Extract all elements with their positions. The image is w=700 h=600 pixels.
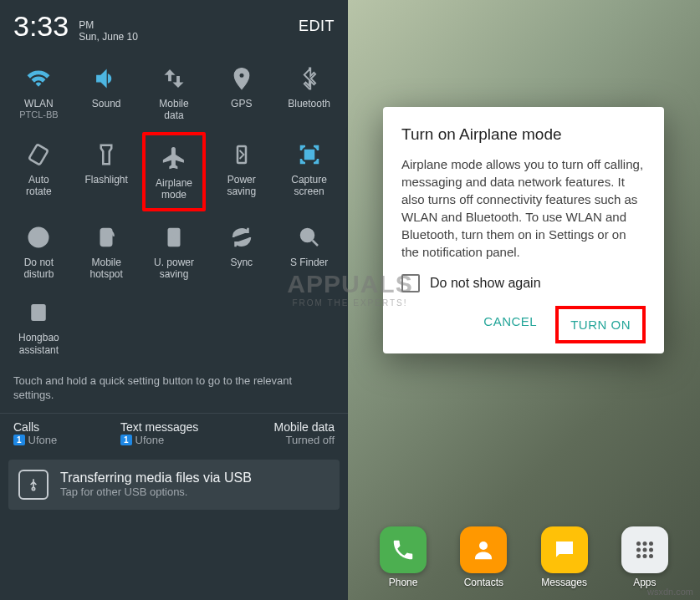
tile-auto-rotate[interactable]: Auto rotate [7, 132, 71, 211]
svg-point-10 [32, 487, 34, 490]
calls-title: Calls [13, 420, 120, 434]
svg-point-12 [636, 542, 641, 546]
svg-line-8 [312, 240, 317, 245]
home-screen: Turn on Airplane mode Airplane mode allo… [348, 0, 700, 600]
location-icon [226, 63, 258, 94]
tile-sync[interactable]: Sync [209, 215, 273, 287]
svg-rect-9 [33, 306, 45, 321]
wifi-icon [23, 63, 54, 94]
svg-point-16 [642, 548, 646, 552]
tile-label: Sync [230, 257, 253, 268]
bluetooth-icon [294, 63, 325, 94]
tile-label: GPS [231, 98, 252, 109]
capture-icon [294, 139, 325, 170]
status-bar: 3:33 PM Sun, June 10 EDIT [0, 0, 348, 46]
tile-flashlight[interactable]: Flashlight [74, 132, 139, 211]
edit-button[interactable]: EDIT [299, 18, 335, 35]
dock-apps[interactable]: Apps [621, 526, 668, 588]
tile-label: Capture screen [291, 174, 327, 198]
texts-sub: 1 Ufone [120, 434, 227, 446]
checkbox-label: Do not show again [430, 276, 541, 291]
tile-label: Mobile data [159, 98, 188, 122]
battery-icon [158, 221, 190, 253]
mobiledata-title: Mobile data [274, 420, 335, 434]
clock-ampm: PM [79, 19, 138, 31]
sync-icon [226, 221, 258, 253]
tile-u-power-saving[interactable]: U. power saving [142, 215, 207, 287]
tile-label: Auto rotate [26, 174, 52, 198]
svg-point-13 [642, 542, 646, 546]
dock-label: Contacts [464, 577, 503, 588]
dialog-title: Turn on Airplane mode [401, 125, 646, 144]
tile-wlan[interactable]: WLAN PTCL-BB [7, 56, 71, 129]
tile-s-finder[interactable]: S Finder [277, 215, 341, 287]
texts-title: Text messages [120, 420, 227, 434]
tile-mobile-hotspot[interactable]: Mobile hotspot [74, 215, 139, 287]
dock: Phone Contacts Messages Apps [348, 526, 700, 588]
tile-label: Do not disturb [23, 257, 54, 281]
svg-rect-0 [29, 144, 49, 165]
svg-point-18 [636, 554, 641, 558]
clock-time: 3:33 [13, 10, 69, 43]
battery-recycle-icon [226, 139, 258, 170]
airplane-mode-dialog: Turn on Airplane mode Airplane mode allo… [383, 107, 664, 353]
usb-notification[interactable]: Transferring media files via USB Tap for… [8, 460, 340, 510]
svg-point-14 [649, 542, 653, 546]
dock-contacts[interactable]: Contacts [460, 526, 507, 588]
dialog-body: Airplane mode allows you to turn off cal… [401, 155, 646, 261]
usb-subtitle: Tap for other USB options. [60, 486, 252, 498]
svg-point-7 [301, 229, 314, 242]
tile-gps[interactable]: GPS [209, 56, 273, 129]
tile-label: Bluetooth [288, 98, 330, 109]
notification-summary[interactable]: Calls 1 Ufone Text messages 1 Ufone Mobi… [0, 415, 348, 455]
turn-on-button[interactable]: TURN ON [555, 306, 646, 343]
dont-show-again-row[interactable]: Do not show again [401, 274, 646, 292]
tile-bluetooth[interactable]: Bluetooth [277, 56, 341, 129]
clock-date: Sun, June 10 [79, 31, 138, 43]
dock-label: Phone [389, 577, 418, 588]
sound-icon [90, 63, 122, 94]
svg-point-17 [649, 548, 653, 552]
svg-rect-2 [305, 150, 314, 159]
site-credit: wsxdn.com [647, 587, 693, 597]
tile-label: WLAN [24, 98, 54, 109]
tile-label: Mobile hotspot [90, 257, 123, 281]
rotate-icon [23, 139, 54, 170]
dock-label: Messages [541, 577, 587, 588]
tile-do-not-disturb[interactable]: Do not disturb [7, 215, 71, 287]
tile-sound[interactable]: Sound [74, 56, 139, 129]
tile-label: Sound [92, 98, 121, 109]
tile-mobile-data[interactable]: Mobile data [142, 56, 207, 129]
calls-badge: 1 [13, 435, 25, 445]
dock-messages[interactable]: Messages [541, 526, 588, 588]
tile-label: Airplane mode [156, 177, 192, 201]
quick-settings-grid: WLAN PTCL-BB Sound Mobile data GPS [0, 46, 348, 366]
data-icon [158, 63, 190, 94]
tile-sublabel: PTCL-BB [19, 109, 58, 119]
usb-icon [18, 470, 49, 500]
envelope-icon [23, 297, 54, 328]
svg-point-15 [636, 548, 641, 552]
texts-badge: 1 [120, 435, 132, 445]
usb-title: Transferring media files via USB [60, 470, 252, 486]
svg-point-19 [642, 554, 646, 558]
tile-hongbao-assistant[interactable]: Hongbao assistant [7, 290, 71, 363]
tile-label: S Finder [290, 257, 328, 268]
flashlight-icon [90, 139, 122, 170]
checkbox-icon[interactable] [401, 274, 420, 292]
calls-sub: 1 Ufone [13, 434, 120, 446]
hotspot-icon [90, 221, 122, 253]
mobiledata-sub: Turned off [285, 434, 335, 446]
cancel-button[interactable]: CANCEL [472, 306, 549, 343]
dnd-icon [23, 221, 54, 253]
tile-label: Hongbao assistant [18, 332, 59, 356]
tile-capture-screen[interactable]: Capture screen [277, 132, 341, 211]
svg-point-11 [479, 542, 488, 550]
tile-label: U. power saving [154, 257, 194, 281]
tile-airplane-mode[interactable]: Airplane mode [142, 132, 207, 211]
tile-power-saving[interactable]: Power saving [209, 132, 273, 211]
airplane-icon [158, 142, 190, 174]
svg-point-20 [649, 554, 653, 558]
search-icon [294, 221, 325, 253]
dock-phone[interactable]: Phone [380, 526, 427, 588]
